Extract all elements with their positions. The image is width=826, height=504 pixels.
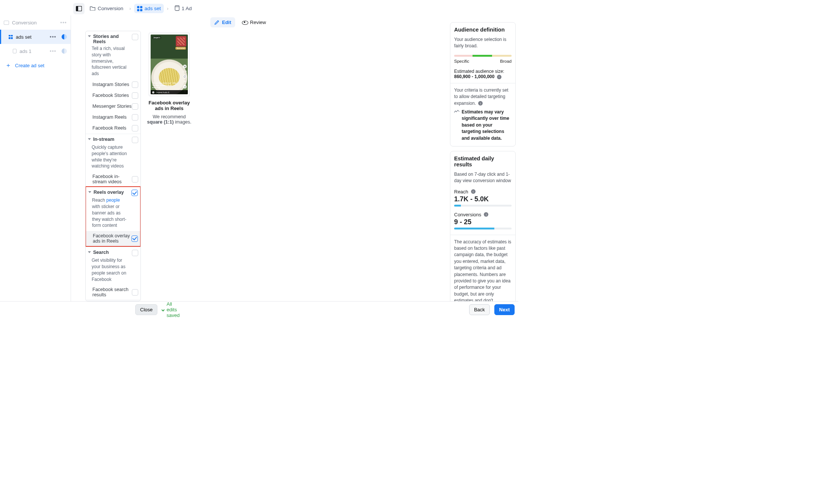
placement-preview: Jasper's Sponsored ♥21.1K 💬780 ↪52 "We a… xyxy=(145,33,193,301)
section-title: Search xyxy=(93,250,109,255)
placement-section-instream: In-stream Quickly capture people's atten… xyxy=(86,134,140,187)
top-actions: Edit Review xyxy=(210,17,266,27)
like-icon: ♥ xyxy=(183,65,187,68)
sidebar-item-ad[interactable]: ads 1 ••• xyxy=(0,44,71,58)
overlay-ad-card xyxy=(176,36,186,47)
breadcrumb-ad[interactable]: 1 Ad xyxy=(172,3,195,14)
save-status: All edits saved xyxy=(162,301,181,318)
sidebar-item-campaign[interactable]: Conversion ••• xyxy=(0,15,71,30)
create-adset-button[interactable]: ＋ Create ad set xyxy=(0,58,71,72)
chevron-down-icon[interactable] xyxy=(88,191,91,193)
section-desc: Tell a rich, visual story with immersive… xyxy=(86,44,140,79)
section-checkbox[interactable] xyxy=(132,137,138,143)
option-checkbox[interactable] xyxy=(132,114,138,121)
daily-sub: Based on 7-day click and 1-day view conv… xyxy=(454,171,512,184)
section-title: In-stream xyxy=(93,137,114,142)
preview-title: Facebook overlay ads in Reels xyxy=(145,100,193,111)
info-icon[interactable]: i xyxy=(484,212,488,217)
more-icon[interactable]: ••• xyxy=(50,34,56,39)
status-indicator-icon xyxy=(62,34,67,39)
daily-disclaimer: The accuracy of estimates is based on fa… xyxy=(454,239,512,301)
edit-button[interactable]: Edit xyxy=(210,17,235,27)
placement-option[interactable]: Facebook in-stream videos xyxy=(86,172,140,187)
audience-title: Audience definition xyxy=(454,27,512,33)
section-title: Reels overlay xyxy=(94,190,124,195)
audience-scale xyxy=(454,55,512,57)
placement-option[interactable]: Instagram Reels xyxy=(86,112,140,123)
page-icon xyxy=(175,5,180,12)
option-checkbox[interactable] xyxy=(132,103,138,110)
status-indicator-icon xyxy=(62,48,67,54)
sidebar-adset-label: ads set xyxy=(16,34,32,40)
adset-icon xyxy=(9,35,13,39)
preview-frame: Jasper's Sponsored ♥21.1K 💬780 ↪52 "We a… xyxy=(149,33,190,96)
next-button[interactable]: Next xyxy=(494,304,515,315)
section-title: Stories and Reels xyxy=(93,34,130,44)
breadcrumb-campaign[interactable]: Conversion xyxy=(87,4,126,14)
option-checkbox[interactable] xyxy=(132,92,138,99)
section-checkbox[interactable] xyxy=(131,190,138,196)
people-link[interactable]: people xyxy=(106,198,120,203)
audience-scale-labels: SpecificBroad xyxy=(454,59,512,63)
review-button[interactable]: Review xyxy=(242,20,266,25)
folder-icon xyxy=(90,6,95,12)
breadcrumb-adset[interactable]: ads set xyxy=(134,4,164,13)
chevron-down-icon[interactable] xyxy=(88,251,91,253)
chevron-right-icon: › xyxy=(167,6,168,11)
footer-bar: Close All edits saved Back Next xyxy=(0,301,518,318)
plus-icon: ＋ xyxy=(5,62,11,68)
info-icon[interactable]: i xyxy=(497,75,501,79)
option-checkbox[interactable] xyxy=(131,235,138,242)
placement-option[interactable]: Facebook Stories xyxy=(86,90,140,101)
placement-option-overlay-reels[interactable]: Facebook overlay ads in Reels xyxy=(86,231,140,246)
comment-icon: 💬 xyxy=(183,75,187,78)
sidebar-ad-label: ads 1 xyxy=(20,48,32,54)
more-icon[interactable]: ••• xyxy=(50,48,56,54)
chevron-right-icon: › xyxy=(129,6,131,11)
info-icon[interactable]: i xyxy=(478,101,483,106)
check-icon xyxy=(162,308,165,311)
sidebar-campaign-label: Conversion xyxy=(12,20,37,26)
close-button[interactable]: Close xyxy=(135,304,157,315)
audience-size: Estimated audience size: 860,900 - 1,000… xyxy=(454,69,512,79)
preview-image: Jasper's Sponsored ♥21.1K 💬780 ↪52 "We a… xyxy=(151,35,188,94)
breadcrumb-ad-label: 1 Ad xyxy=(182,6,192,11)
conversions-value: 9 - 25 xyxy=(454,218,512,226)
chevron-down-icon[interactable] xyxy=(88,35,91,37)
back-button[interactable]: Back xyxy=(469,304,490,315)
eye-icon xyxy=(242,20,248,25)
right-sidebar: Audience definition Your audience select… xyxy=(447,15,518,301)
placement-option[interactable]: Facebook search results xyxy=(86,285,140,300)
review-label: Review xyxy=(250,20,266,25)
option-checkbox[interactable] xyxy=(132,125,138,131)
section-desc: Quickly capture people's attention while… xyxy=(86,143,140,172)
option-checkbox[interactable] xyxy=(132,289,138,296)
info-icon[interactable]: i xyxy=(471,189,476,194)
placement-option[interactable]: Facebook Reels xyxy=(86,123,140,134)
section-desc: Get visibility for your business as peop… xyxy=(86,256,140,285)
engagement-rail: ♥21.1K 💬780 ↪52 xyxy=(183,65,187,93)
chevron-down-icon[interactable] xyxy=(88,138,91,140)
section-desc: Reach people with sticker or banner ads … xyxy=(86,196,140,231)
adset-icon xyxy=(137,6,142,11)
panel-toggle-button[interactable] xyxy=(73,3,85,14)
sponsored-badge: Sponsored xyxy=(175,47,186,50)
audience-card: Audience definition Your audience select… xyxy=(450,22,516,146)
conversions-label: Conversionsi xyxy=(454,212,512,217)
daily-results-card: Estimated daily results Based on 7-day c… xyxy=(450,151,516,301)
option-checkbox[interactable] xyxy=(132,81,138,88)
svg-rect-2 xyxy=(175,6,179,11)
audio-bar: Original Audio E xyxy=(151,90,188,94)
svg-rect-1 xyxy=(76,6,78,11)
preview-jaspers-label: Jasper's xyxy=(152,36,161,39)
option-checkbox[interactable] xyxy=(132,176,138,183)
placement-option[interactable]: Messenger Stories xyxy=(86,101,140,112)
placement-option[interactable]: Instagram Stories xyxy=(86,79,140,90)
sidebar-item-adset[interactable]: ads set ••• xyxy=(0,30,71,44)
create-adset-label: Create ad set xyxy=(15,63,44,68)
section-checkbox[interactable] xyxy=(132,34,138,40)
section-checkbox[interactable] xyxy=(132,250,138,256)
more-icon[interactable]: ••• xyxy=(60,20,67,25)
preview-subtitle: We recommend square (1:1) images. xyxy=(145,114,193,125)
spark-icon xyxy=(454,110,459,113)
